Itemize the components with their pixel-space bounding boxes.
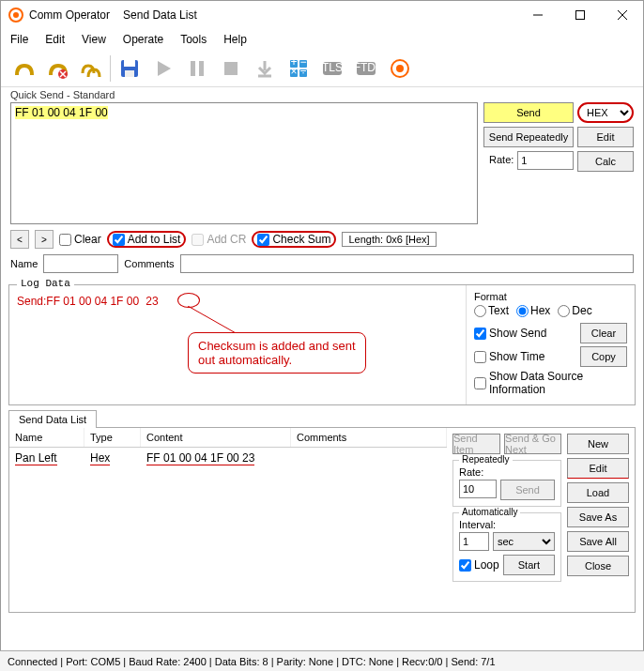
menu-edit[interactable]: Edit — [45, 33, 65, 46]
window-title-sub: Send Data List — [123, 8, 197, 22]
connect-icon[interactable] — [8, 53, 38, 84]
sendlist-tab[interactable]: Send Data List — [8, 410, 97, 428]
interval-input[interactable] — [459, 532, 489, 551]
maximize-button[interactable] — [559, 1, 601, 29]
list-close-button[interactable]: Close — [567, 556, 629, 576]
svg-rect-12 — [191, 61, 195, 76]
repeatedly-group: Repeatedly — [459, 454, 513, 465]
svg-rect-14 — [224, 62, 238, 75]
titlebar: Comm Operator Send Data List — [1, 1, 643, 29]
rep-rate-input[interactable] — [459, 480, 497, 498]
saveall-button[interactable]: Save All — [567, 531, 629, 552]
svg-point-1 — [13, 12, 19, 18]
list-edit-button[interactable]: Edit — [567, 458, 629, 479]
close-button[interactable] — [601, 1, 643, 29]
calc-icon[interactable]: +−×÷ — [284, 53, 314, 84]
send-item-button[interactable]: Send Item — [452, 434, 500, 454]
rep-rate-label: Rate: — [459, 466, 555, 478]
next-button[interactable]: > — [35, 230, 54, 249]
svg-point-28 — [396, 65, 404, 72]
send-button[interactable]: Send — [483, 102, 574, 123]
disconnect-icon[interactable] — [42, 53, 72, 84]
tls-icon[interactable]: TLS — [317, 53, 347, 84]
auto-group: Automatically — [459, 507, 520, 517]
stop-icon[interactable] — [216, 53, 246, 84]
menu-file[interactable]: File — [10, 33, 28, 46]
name-input[interactable] — [43, 254, 118, 273]
log-area[interactable]: Send:FF 01 00 04 1F 00 23 Checksum is ad… — [9, 285, 466, 404]
format-select[interactable]: HEX — [577, 102, 634, 123]
fmt-dec-radio[interactable]: Dec — [558, 304, 591, 317]
send-go-next-button[interactable]: Send & Go Next — [504, 434, 561, 454]
show-send-checkbox[interactable]: Show Send — [474, 327, 546, 340]
minimize-button[interactable] — [516, 1, 559, 29]
target-icon[interactable] — [385, 53, 415, 84]
format-label: Format — [474, 291, 627, 302]
app-icon — [8, 8, 23, 23]
pause-icon[interactable] — [182, 53, 212, 84]
fmt-hex-radio[interactable]: Hex — [516, 304, 550, 317]
rate-label: Rate: — [483, 151, 514, 172]
rep-send-button[interactable]: Send — [500, 480, 555, 500]
svg-text:FTDI: FTDI — [355, 61, 377, 74]
table-row[interactable]: Pan Left Hex FF 01 00 04 1F 00 23 — [9, 448, 447, 469]
edit-button[interactable]: Edit — [577, 127, 634, 147]
load-button[interactable]: Load — [567, 482, 629, 503]
length-display: Length: 0x6 [Hex] — [342, 232, 436, 247]
interval-unit-select[interactable]: sec — [493, 532, 555, 551]
svg-rect-13 — [199, 61, 204, 76]
show-time-checkbox[interactable]: Show Time — [474, 350, 544, 363]
name-label: Name — [10, 258, 38, 269]
play-icon[interactable] — [148, 53, 178, 84]
menu-help[interactable]: Help — [223, 33, 247, 46]
log-clear-button[interactable]: Clear — [580, 323, 627, 343]
svg-text:×: × — [290, 65, 297, 78]
connect-multi-icon[interactable] — [76, 53, 106, 84]
saveas-button[interactable]: Save As — [567, 507, 629, 527]
svg-rect-3 — [575, 11, 584, 20]
svg-text:TLS: TLS — [322, 61, 343, 74]
hex-input[interactable]: FF 01 00 04 1F 00 — [10, 102, 478, 224]
comments-input[interactable] — [180, 254, 634, 273]
menubar: File Edit View Operate Tools Help — [1, 29, 643, 50]
loop-checkbox[interactable]: Loop — [459, 558, 499, 572]
ftdi-icon[interactable]: FTDI — [351, 53, 381, 84]
col-comments[interactable]: Comments — [291, 428, 447, 447]
prev-button[interactable]: < — [10, 230, 29, 249]
log-copy-button[interactable]: Copy — [580, 346, 627, 367]
toolbar: +−×÷ TLS FTDI — [1, 50, 643, 87]
show-source-checkbox[interactable]: Show Data Source Information — [474, 370, 627, 396]
save-icon[interactable] — [115, 53, 145, 84]
rate-input[interactable] — [517, 151, 574, 170]
add-cr-checkbox[interactable]: Add CR — [192, 233, 246, 246]
quick-send-label: Quick Send - Standard — [1, 87, 643, 102]
col-content[interactable]: Content — [141, 428, 291, 447]
menu-operate[interactable]: Operate — [123, 33, 163, 46]
start-button[interactable]: Start — [503, 555, 555, 575]
send-repeatedly-button[interactable]: Send Repeatedly — [483, 127, 574, 147]
window-title-app: Comm Operator — [29, 8, 110, 22]
callout: Checksum is added and sent out automatic… — [188, 332, 366, 374]
comments-label: Comments — [124, 258, 174, 269]
clear-checkbox[interactable]: Clear — [59, 233, 101, 246]
menu-tools[interactable]: Tools — [180, 33, 207, 46]
col-name[interactable]: Name — [9, 428, 84, 447]
svg-text:÷: ÷ — [300, 65, 307, 78]
fmt-text-radio[interactable]: Text — [474, 304, 509, 317]
interval-label: Interval: — [459, 519, 555, 530]
svg-rect-11 — [125, 70, 134, 77]
menu-view[interactable]: View — [82, 33, 106, 46]
calc-button[interactable]: Calc — [577, 151, 634, 172]
checksum-checkbox[interactable]: Check Sum — [252, 231, 336, 248]
svg-rect-10 — [124, 60, 135, 67]
sendlist-table[interactable]: Name Type Content Comments Pan Left Hex … — [9, 428, 447, 612]
new-button[interactable]: New — [567, 434, 629, 454]
add-to-list-checkbox[interactable]: Add to List — [107, 231, 187, 248]
statusbar: Connected | Port: COM5 | Baud Rate: 2400… — [0, 650, 644, 671]
download-icon[interactable] — [250, 53, 280, 84]
col-type[interactable]: Type — [84, 428, 141, 447]
